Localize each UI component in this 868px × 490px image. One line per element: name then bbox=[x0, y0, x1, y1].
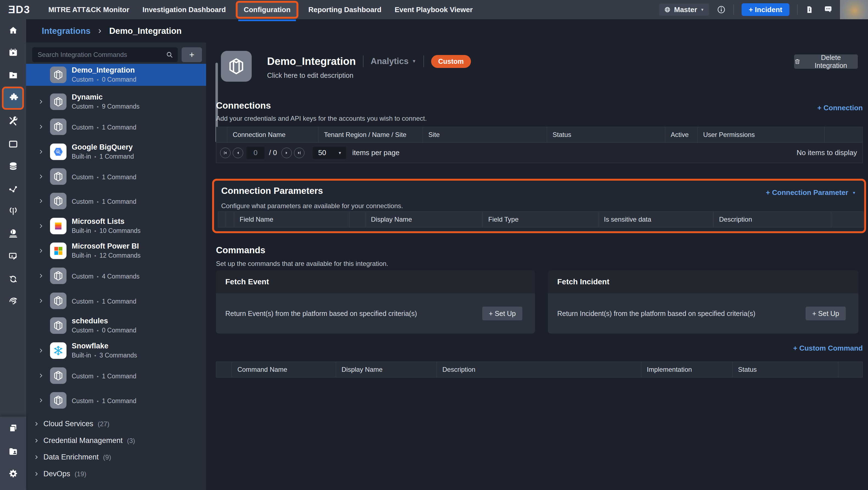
list-item-redacted[interactable]: Custom•1 Command bbox=[26, 365, 206, 386]
list-item-schedules[interactable]: schedulesCustom•0 Command bbox=[26, 315, 206, 337]
nav-item-reporting-dashboard[interactable]: Reporting Dashboard bbox=[302, 5, 388, 14]
list-item-redacted[interactable]: Custom•1 Command bbox=[26, 190, 206, 212]
info-icon[interactable] bbox=[717, 5, 726, 14]
settings-icon bbox=[8, 469, 18, 479]
list-item-google-bigquery[interactable]: Google BigQueryBuilt-in•1 Command bbox=[26, 141, 206, 163]
site-selector-dropdown[interactable]: Master ▼ bbox=[659, 4, 709, 16]
report-icon bbox=[8, 251, 18, 261]
version-dropdown[interactable]: Analytics ▼ bbox=[371, 56, 416, 66]
powerbi-icon bbox=[50, 242, 66, 259]
sidebar-item-broadcast[interactable] bbox=[0, 205, 26, 217]
category-credential-management[interactable]: Credential Management(3) bbox=[26, 434, 206, 448]
sidebar-item-globe[interactable] bbox=[0, 227, 26, 239]
divider bbox=[424, 56, 424, 67]
chevron-right-icon[interactable] bbox=[38, 348, 44, 353]
chevron-right-icon[interactable] bbox=[38, 248, 44, 254]
list-item-redacted[interactable]: Custom•1 Command bbox=[26, 290, 206, 312]
connection-parameters-title: Connection Parameters bbox=[221, 185, 323, 196]
chevron-right-icon[interactable] bbox=[38, 149, 44, 154]
integration-name: Snowflake bbox=[72, 342, 137, 350]
first-page-button[interactable] bbox=[220, 148, 230, 158]
list-item-microsoft-lists[interactable]: Microsoft ListsBuilt-in•10 Commands bbox=[26, 215, 206, 237]
breadcrumb-integrations-link[interactable]: Integrations bbox=[42, 26, 90, 36]
category-devops[interactable]: DevOps(19) bbox=[26, 467, 206, 481]
active-tab-underline bbox=[238, 20, 296, 21]
prev-page-button[interactable] bbox=[233, 148, 243, 158]
sidebar-item-copy[interactable] bbox=[0, 422, 26, 434]
sidebar-item-schedule[interactable] bbox=[0, 47, 26, 59]
integration-icon bbox=[221, 51, 252, 82]
custom-badge: Custom bbox=[431, 55, 471, 68]
chevron-right-icon bbox=[34, 455, 39, 460]
fetch-incident-setup-button[interactable]: + Set Up bbox=[806, 307, 846, 320]
chat-icon[interactable] bbox=[824, 5, 833, 14]
list-item-snowflake[interactable]: SnowflakeBuilt-in•3 Commands bbox=[26, 340, 206, 362]
chevron-right-icon[interactable] bbox=[38, 174, 44, 179]
avatar[interactable] bbox=[840, 0, 868, 19]
sidebar-item-share[interactable] bbox=[0, 183, 26, 195]
category-data-enrichment[interactable]: Data Enrichment(9) bbox=[26, 450, 206, 464]
description-placeholder[interactable]: Click here to edit description bbox=[267, 71, 353, 80]
column-header-site: Site bbox=[423, 127, 547, 142]
chevron-right-icon[interactable] bbox=[38, 223, 44, 229]
list-item-redacted[interactable]: Custom•1 Command bbox=[26, 166, 206, 188]
chevron-right-icon[interactable] bbox=[38, 273, 44, 279]
nav-item-configuration[interactable]: Configuration bbox=[238, 3, 297, 17]
sidebar-item-data[interactable] bbox=[0, 160, 26, 172]
list-item-demo-integration[interactable]: Demo_IntegrationCustom•0 Command bbox=[26, 64, 206, 86]
list-item-dynamic[interactable]: DynamicCustom•9 Commands bbox=[26, 91, 206, 113]
nav-item-mitre-att-ck-monitor[interactable]: MITRE ATT&CK Monitor bbox=[42, 5, 136, 14]
nav-item-investigation-dashboard[interactable]: Investigation Dashboard bbox=[136, 5, 232, 14]
sidebar-item-sync[interactable] bbox=[0, 273, 26, 285]
sidebar-item-settings[interactable] bbox=[0, 468, 26, 480]
integration-meta: Built-in•3 Commands bbox=[72, 352, 137, 359]
sidebar-item-fingerprint[interactable] bbox=[0, 295, 26, 308]
search-input[interactable] bbox=[32, 47, 178, 62]
sidebar-item-folder-user[interactable] bbox=[0, 445, 26, 458]
fetch-event-setup-button[interactable]: + Set Up bbox=[482, 307, 522, 320]
integration-meta: Built-in•10 Commands bbox=[72, 227, 141, 235]
list-item-redacted[interactable]: Custom•1 Command bbox=[26, 390, 206, 411]
list-item-microsoft-power-bi[interactable]: Microsoft Power BIBuilt-in•12 Commands bbox=[26, 240, 206, 262]
annotation-connection-parameters-highlight: Connection Parameters + Connection Param… bbox=[212, 179, 866, 233]
fetch-incident-description: Return Incident(s) from the platform bas… bbox=[557, 310, 755, 318]
release-notes-icon[interactable] bbox=[805, 5, 814, 14]
sidebar-item-utility[interactable] bbox=[0, 115, 26, 127]
window-icon bbox=[8, 139, 18, 149]
new-incident-button[interactable]: + Incident bbox=[742, 3, 789, 16]
add-custom-command-link[interactable]: + Custom Command bbox=[793, 344, 863, 352]
add-connection-link[interactable]: + Connection bbox=[817, 104, 863, 112]
connection-parameters-table: Field NameDisplay NameField TypeIs sensi… bbox=[218, 211, 864, 227]
top-navbar: ƎD3 MITRE ATT&CK MonitorInvestigation Da… bbox=[0, 0, 868, 19]
sidebar-item-home[interactable] bbox=[0, 25, 26, 36]
fingerprint-icon bbox=[8, 296, 18, 306]
prev-page-icon bbox=[235, 150, 241, 156]
list-item-redacted[interactable]: Custom•4 Commands bbox=[26, 265, 206, 287]
next-page-button[interactable] bbox=[281, 148, 292, 158]
sidebar-item-report[interactable] bbox=[0, 250, 26, 262]
category-cloud-services[interactable]: Cloud Services(27) bbox=[26, 417, 206, 431]
add-connection-parameter-link[interactable]: + Connection Parameter ▼ bbox=[766, 189, 856, 197]
sidebar-item-playbook[interactable] bbox=[0, 69, 26, 81]
last-page-button[interactable] bbox=[294, 148, 305, 158]
chevron-right-icon[interactable] bbox=[38, 124, 44, 129]
nav-item-event-playbook-viewer[interactable]: Event Playbook Viewer bbox=[388, 5, 479, 14]
category-label: Data Enrichment(9) bbox=[43, 453, 111, 461]
integration-meta: Custom•1 Command bbox=[72, 373, 136, 380]
page-size-select[interactable]: 50 ▼ bbox=[313, 147, 346, 159]
chevron-right-icon[interactable] bbox=[38, 99, 44, 105]
chevron-right-icon[interactable] bbox=[38, 373, 44, 378]
sidebar-item-integrations[interactable] bbox=[0, 91, 26, 103]
list-item-redacted[interactable]: Custom•1 Command bbox=[26, 116, 206, 138]
chevron-right-icon[interactable] bbox=[38, 398, 44, 403]
sidebar-item-window[interactable] bbox=[0, 138, 26, 150]
page-number-input[interactable] bbox=[246, 147, 265, 159]
commands-subtitle: Set up the commands that are available f… bbox=[216, 260, 388, 267]
delete-integration-button[interactable]: Delete Integration bbox=[794, 54, 858, 69]
cube-icon bbox=[50, 66, 66, 83]
column-header-active: Active bbox=[665, 127, 698, 142]
integration-meta: Custom•4 Commands bbox=[72, 273, 140, 280]
add-integration-button[interactable]: + bbox=[182, 47, 202, 62]
chevron-right-icon[interactable] bbox=[38, 298, 44, 304]
chevron-right-icon[interactable] bbox=[38, 198, 44, 204]
